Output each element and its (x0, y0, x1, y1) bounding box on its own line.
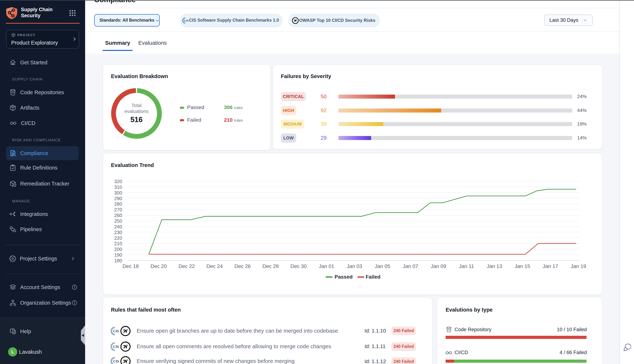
svg-text:Dec 18: Dec 18 (123, 264, 139, 269)
svg-text:220: 220 (114, 235, 122, 241)
svg-text:Jan 09: Jan 09 (431, 264, 446, 269)
svg-text:230: 230 (114, 230, 122, 235)
svg-text:270: 270 (114, 207, 122, 212)
svg-text:Jan 17: Jan 17 (543, 264, 558, 269)
svg-text:Jan 07: Jan 07 (403, 264, 418, 269)
svg-text:Dec 22: Dec 22 (178, 264, 195, 269)
svg-text:Dec 28: Dec 28 (262, 264, 279, 269)
svg-text:CIS: CIS (113, 360, 119, 363)
svg-text:280: 280 (114, 201, 122, 207)
svg-text:260: 260 (114, 212, 122, 218)
svg-text:Dec 26: Dec 26 (234, 264, 251, 269)
svg-text:310: 310 (114, 184, 122, 190)
svg-text:320: 320 (114, 179, 122, 184)
svg-text:CIS: CIS (113, 345, 119, 348)
svg-text:Jan 01: Jan 01 (319, 264, 334, 269)
svg-text:Jan 03: Jan 03 (347, 264, 362, 269)
svg-text:190: 190 (114, 252, 122, 258)
svg-text:Jan 19: Jan 19 (571, 264, 586, 269)
svg-text:Jan 05: Jan 05 (375, 264, 390, 269)
svg-text:Jan 11: Jan 11 (459, 264, 474, 269)
svg-text:200: 200 (114, 246, 122, 252)
svg-text:240: 240 (114, 224, 122, 230)
svg-text:300: 300 (114, 190, 122, 196)
svg-text:Dec 20: Dec 20 (150, 264, 167, 269)
svg-text:290: 290 (114, 196, 122, 201)
svg-text:180: 180 (114, 258, 122, 264)
svg-text:Jan 15: Jan 15 (515, 264, 530, 269)
svg-text:Dec 24: Dec 24 (206, 264, 223, 269)
svg-text:Jan 13: Jan 13 (487, 264, 502, 269)
svg-text:250: 250 (114, 218, 122, 224)
svg-text:CIS: CIS (184, 19, 189, 22)
svg-text:210: 210 (114, 241, 122, 246)
svg-text:CIS: CIS (113, 329, 119, 333)
svg-text:Dec 30: Dec 30 (290, 264, 307, 269)
